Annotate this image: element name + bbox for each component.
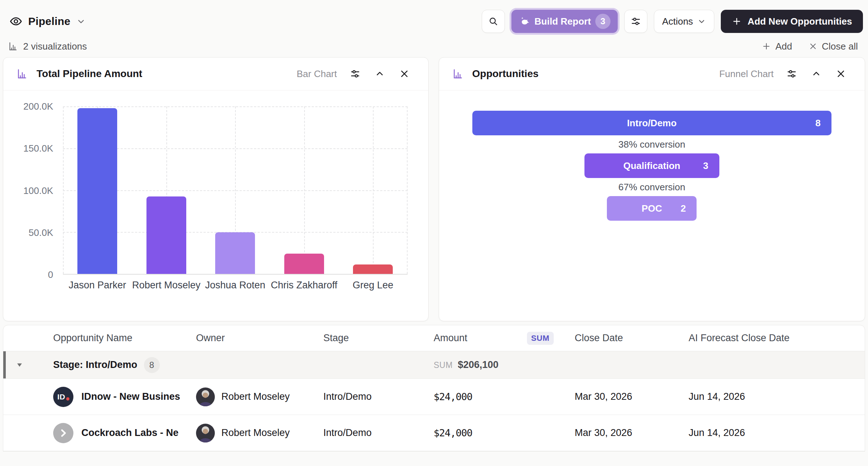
conversion-label: 38% conversion [472,135,832,153]
opportunity-name[interactable]: Cockroach Labs - Ne [81,427,179,439]
bar-joshua-roten[interactable] [215,232,255,274]
column-header-amount[interactable]: Amount [434,332,467,344]
amount-value: $24,000 [431,427,572,439]
owner-avatar [196,387,215,406]
visualizations-toolbar: 2 visualizations Add Close all [0,34,868,57]
column-header-ai-forecast-close-date[interactable]: AI Forecast Close Date [686,332,865,344]
funnel-stage-poc[interactable]: POC2 [607,196,697,221]
add-visualization-label: Add [775,41,792,52]
search-button[interactable] [482,10,505,33]
close-card-button[interactable] [833,66,849,82]
x-tick-label: Greg Lee [339,280,408,291]
opportunity-name[interactable]: IDnow - New Busines [81,391,180,402]
table-row[interactable]: Cockroach Labs - NeRobert MoseleyIntro/D… [3,415,865,451]
chevron-down-icon [697,17,706,26]
column-header-opportunity-name[interactable]: Opportunity Name [50,332,193,344]
x-axis: Jason ParkerRobert MoseleyJoshua RotenCh… [63,280,408,291]
funnel-stage-label: Qualification [624,160,680,171]
opportunities-card: Opportunities Funnel Chart Intro/Demo838… [439,57,865,321]
build-report-label: Build Report [535,16,591,27]
add-new-opportunities-button[interactable]: Add New Opportunities [721,10,863,33]
bar-greg-lee[interactable] [353,264,393,274]
x-tick-label: Jason Parker [63,280,132,291]
bar-chart-icon [452,68,464,80]
group-count-badge: 8 [144,357,160,373]
actions-button[interactable]: Actions [654,10,714,33]
owner-avatar [196,424,215,442]
build-report-button[interactable]: Build Report 3 [511,10,618,33]
y-tick-label: 200.0K [24,101,53,112]
plus-icon [762,42,771,51]
column-header-stage[interactable]: Stage [320,332,431,344]
search-icon [488,16,498,26]
close-all-label: Close all [822,41,858,52]
bar-chart-icon [16,68,28,80]
stage-value: Intro/Demo [320,391,431,402]
owner-name: Robert Moseley [221,427,290,439]
bar-chart: 200.0K150.0K100.0K50.0K0 [3,90,428,275]
view-settings-button[interactable] [624,10,647,33]
sum-aggregate-badge[interactable]: SUM [527,332,554,345]
card-title: Total Pipeline Amount [37,68,142,80]
collapse-card-button[interactable] [372,66,388,82]
view-switcher[interactable]: Pipeline [9,15,86,28]
bar-robert-moseley[interactable] [146,196,186,274]
funnel-stage-intro-demo[interactable]: Intro/Demo8 [472,111,832,135]
chart-settings-button[interactable] [784,66,800,82]
close-all-button[interactable]: Close all [809,41,858,52]
amount-value: $24,000 [431,391,572,402]
column-header-close-date[interactable]: Close Date [572,332,686,344]
funnel-stage-label: POC [642,203,662,214]
group-sum-value: $206,100 [458,359,499,370]
column-header-owner[interactable]: Owner [193,332,320,344]
funnel-stage-count: 3 [703,160,708,171]
bar-jason-parker[interactable] [77,108,117,274]
x-tick-label: Chris Zakharoff [270,280,339,291]
group-row-intro-demo[interactable]: Stage: Intro/Demo 8 SUM $206,100 [3,351,865,379]
funnel-chart: Intro/Demo838% conversionQualification36… [439,90,865,221]
group-row-stripe [3,351,6,378]
company-logo-cockroach [53,423,73,443]
bar-chris-zakharoff[interactable] [284,254,324,274]
table-row[interactable]: IDIDnow - New BusinesRobert MoseleyIntro… [3,379,865,415]
y-axis: 200.0K150.0K100.0K50.0K0 [3,106,57,275]
ai-forecast-close-date-value: Jun 14, 2026 [686,427,865,439]
visualizations-count: 2 visualizations [8,41,87,52]
close-card-button[interactable] [396,66,412,82]
eye-icon [9,15,22,28]
card-title: Opportunities [472,68,539,80]
stage-value: Intro/Demo [320,427,431,439]
x-tick-label: Joshua Roten [201,280,270,291]
funnel-stage-count: 8 [816,118,821,129]
sliders-icon [630,16,641,27]
collapse-card-button[interactable] [808,66,824,82]
chart-type-label: Funnel Chart [719,68,774,80]
table-header: Opportunity Name Owner Stage Amount SUM … [3,325,865,351]
bar-chart-plot [63,106,408,275]
gridline [304,106,305,274]
funnel-stage-qualification[interactable]: Qualification3 [584,153,719,178]
visualizations-label: 2 visualizations [23,41,87,52]
opportunities-table: Opportunity Name Owner Stage Amount SUM … [3,325,865,452]
funnel-stage-count: 2 [681,203,686,214]
owner-name: Robert Moseley [221,391,290,402]
build-report-badge: 3 [595,14,610,29]
group-sum-label: SUM [434,360,453,370]
y-tick-label: 0 [48,269,53,280]
add-visualization-button[interactable]: Add [762,41,792,52]
page-title: Pipeline [28,15,71,27]
x-tick-label: Robert Moseley [132,280,201,291]
company-logo-idnow: ID [53,387,73,407]
gridline [373,106,374,274]
y-tick-label: 50.0K [29,227,53,238]
pipeline-amount-card: Total Pipeline Amount Bar Chart 200.0K15… [3,57,429,321]
actions-label: Actions [662,16,693,27]
chart-settings-button[interactable] [347,66,363,82]
add-new-opportunities-label: Add New Opportunities [748,16,852,27]
top-bar-actions: Build Report 3 Actions Add New Opportuni… [482,10,863,33]
top-bar: Pipeline Build Report 3 [0,0,868,34]
close-icon [809,42,817,51]
chart-type-label: Bar Chart [297,68,337,80]
collapse-group-icon[interactable] [16,361,24,369]
magic-lamp-icon [519,16,530,27]
